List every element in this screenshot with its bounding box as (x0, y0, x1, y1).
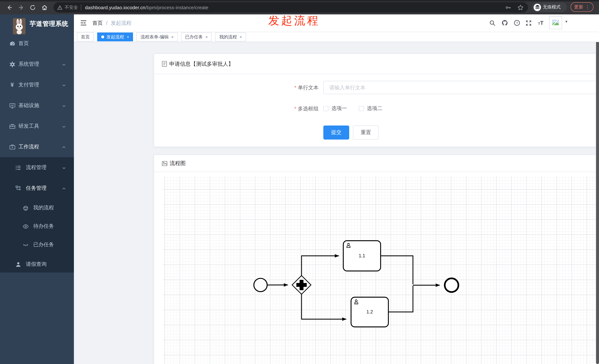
close-icon[interactable]: × (127, 35, 129, 39)
flow-icon (15, 185, 21, 192)
url-bar[interactable]: 不安全 dashboard.yudao.iocoder.cn/bpm/proce… (53, 2, 528, 13)
chevron-down-icon (62, 62, 66, 68)
user-icon (15, 261, 21, 268)
flow-gateway-task2 (301, 294, 346, 319)
app-logo-row[interactable]: 芋道管理系统 (0, 14, 74, 33)
sidebar-item-label: 基础设施 (18, 102, 39, 109)
help-icon[interactable]: ? (511, 17, 523, 29)
tab-done-tasks[interactable]: 已办任务 × (181, 33, 212, 41)
sidebar-item-done-tasks[interactable]: 已办任务 (0, 236, 74, 254)
sidebar-item-home[interactable]: 首页 (0, 33, 74, 54)
checkbox-label: 选项一 (331, 105, 347, 112)
checkbox-option-2[interactable]: 选项二 (359, 102, 382, 115)
checkbox-icon[interactable] (359, 106, 364, 111)
breadcrumb-current: 发起流程 (111, 20, 132, 26)
sidebar-item-devtools[interactable]: 研发工具 (0, 116, 74, 137)
url-divider (81, 4, 81, 10)
kebab-menu-icon[interactable]: ⋮ (585, 5, 590, 9)
tab-label: 我的流程 (219, 34, 237, 40)
card-header: 申请信息【测试多审批人】 (154, 54, 599, 74)
chevron-up-icon (62, 186, 66, 192)
sidebar-item-payment[interactable]: ¥ 支付管理 (0, 75, 74, 95)
sidebar-item-todo-tasks[interactable]: 待办任务 (0, 217, 74, 236)
avatar[interactable] (549, 16, 562, 29)
document-icon (162, 61, 167, 67)
monitor-icon (9, 102, 16, 109)
key-icon[interactable] (505, 4, 511, 10)
scrollbar-thumb[interactable] (596, 39, 599, 364)
bpmn-canvas[interactable]: 1.1 1.2 (163, 176, 599, 364)
back-arrow-icon[interactable] (5, 3, 14, 12)
single-line-text-input[interactable] (323, 81, 599, 94)
sidebar-item-label: 请假查询 (26, 261, 47, 268)
task-label: 1.1 (359, 253, 365, 258)
start-event (254, 278, 267, 292)
sidebar: 芋道管理系统 首页 系统管理 ¥ 支付管理 基础设施 研发工具 工作 (0, 14, 74, 364)
security-label[interactable]: 不安全 (65, 4, 78, 10)
reload-icon[interactable] (28, 3, 37, 12)
github-icon[interactable] (499, 17, 511, 29)
submit-button[interactable]: 提交 (323, 126, 349, 140)
sidebar-item-label: 系统管理 (18, 61, 39, 68)
field-label: *多选框组 (154, 102, 318, 115)
tab-label: 首页 (81, 34, 90, 40)
page: 不安全 dashboard.yudao.iocoder.cn/bpm/proce… (0, 0, 599, 364)
caret-down-icon[interactable]: ▾ (565, 19, 567, 24)
sidebar-item-my-process[interactable]: 我的流程 (0, 199, 74, 217)
tab-home[interactable]: 首页 (77, 33, 94, 41)
fullscreen-icon[interactable] (522, 17, 535, 29)
warning-triangle-icon (57, 5, 62, 10)
apply-info-card: 申请信息【测试多审批人】 选择其它流程 *单行文本 *多选框组 选项一 选项二 … (154, 53, 599, 147)
user-task-1-1: 1.1 (343, 241, 381, 271)
incognito-label: 无痕模式 (543, 4, 561, 10)
close-icon[interactable]: × (240, 35, 242, 39)
dashboard-icon (9, 40, 16, 47)
app-header: 首页 / 发起流程 ? TT ▾ (74, 14, 599, 31)
chevron-down-icon (62, 124, 66, 130)
card-title: 流程图 (170, 160, 186, 167)
home-icon[interactable] (40, 3, 49, 12)
checkbox-option-1[interactable]: 选项一 (323, 102, 347, 115)
tab-label: 流程表单-编辑 (141, 34, 169, 40)
checkbox-label: 选项二 (367, 105, 382, 112)
sidebar-item-infra[interactable]: 基础设施 (0, 95, 74, 116)
url-path[interactable]: /bpm/process-instance/create (145, 5, 208, 10)
forward-arrow-icon[interactable] (17, 3, 26, 12)
sidebar-item-workflow[interactable]: 工作流程 (0, 137, 74, 157)
sidebar-item-system[interactable]: 系统管理 (0, 54, 74, 75)
search-icon[interactable] (486, 17, 499, 29)
incognito-icon (534, 3, 541, 11)
card-header: 流程图 (154, 155, 599, 172)
bpmn-diagram: 1.1 1.2 (163, 176, 599, 364)
briefcase-icon (9, 144, 16, 150)
close-icon[interactable]: × (171, 35, 174, 39)
tab-form-edit[interactable]: 流程表单-编辑 × (137, 33, 178, 41)
tab-start-process[interactable]: 发起流程 × (97, 33, 133, 41)
breadcrumb-home[interactable]: 首页 (92, 20, 103, 26)
font-size-icon[interactable]: TT (535, 17, 547, 29)
end-event (445, 278, 458, 292)
star-icon[interactable] (517, 4, 524, 10)
card-title: 申请信息【测试多审批人】 (169, 60, 234, 67)
collapse-menu-icon[interactable] (80, 19, 87, 26)
broken-image-icon (552, 19, 559, 26)
sidebar-item-process-mgmt[interactable]: 流程管理 (0, 157, 74, 178)
close-icon[interactable]: × (205, 35, 208, 39)
sidebar-item-label: 支付管理 (18, 82, 39, 88)
url-host[interactable]: dashboard.yudao.iocoder.cn (85, 5, 145, 10)
sidebar-item-label: 已办任务 (33, 241, 54, 248)
field-label: *单行文本 (154, 81, 318, 94)
sidebar-item-leave-query[interactable]: 请假查询 (0, 254, 74, 275)
tab-my-process[interactable]: 我的流程 × (215, 33, 246, 41)
flow-task2-merge (388, 286, 413, 312)
toolbox-icon (9, 123, 16, 130)
sidebar-item-label: 研发工具 (18, 123, 39, 130)
tabs-bar: 首页 发起流程 × 流程表单-编辑 × 已办任务 × 我的流程 × (74, 31, 599, 42)
update-button[interactable]: 更新 ⋮ (571, 2, 593, 12)
sidebar-item-task-mgmt[interactable]: 任务管理 (0, 178, 74, 199)
reset-button[interactable]: 重置 (353, 126, 379, 140)
tab-label: 发起流程 (106, 34, 124, 40)
checkbox-icon[interactable] (323, 106, 328, 111)
update-label: 更新 (574, 4, 583, 10)
browser-chrome: 不安全 dashboard.yudao.iocoder.cn/bpm/proce… (0, 0, 599, 14)
